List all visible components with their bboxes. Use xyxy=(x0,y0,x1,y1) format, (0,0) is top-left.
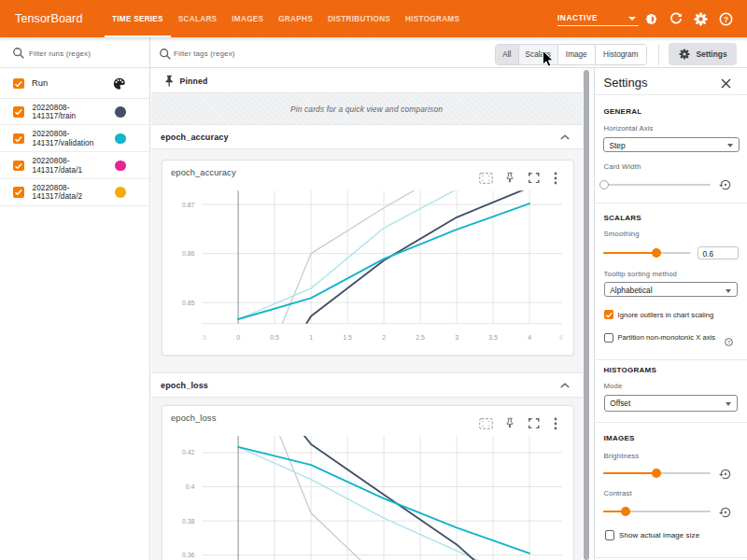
brightness-label: Brightness xyxy=(604,452,640,460)
card-width-label: Card Width xyxy=(604,162,641,171)
filter-all-button[interactable]: All xyxy=(496,45,520,64)
help-button[interactable]: ? xyxy=(713,0,738,37)
settings-button[interactable]: Settings xyxy=(669,43,737,65)
pinned-empty-area: Pin cards for a quick view and compariso… xyxy=(151,93,583,124)
svg-text:?: ? xyxy=(726,339,729,344)
run-checkbox[interactable] xyxy=(13,187,24,198)
svg-text:?: ? xyxy=(723,14,727,23)
reset-contrast-button[interactable] xyxy=(719,506,732,523)
chart-epoch_accuracy[interactable]: 0.850.860.8700.511.522.533.5454 xyxy=(162,183,573,348)
filter-image-button[interactable]: Image xyxy=(558,45,597,64)
run-select-all-checkbox[interactable] xyxy=(13,78,24,90)
settings-button-label: Settings xyxy=(697,49,727,59)
runs-filter-input[interactable]: Filter runs (regex) xyxy=(0,37,149,68)
tag-type-filter-group: All Scalars Image Histogram xyxy=(495,44,647,65)
svg-text:1: 1 xyxy=(309,334,313,341)
chart-epoch_loss[interactable]: 0.360.380.40.42 xyxy=(162,428,573,560)
refresh-button[interactable] xyxy=(664,0,688,37)
run-color-dot[interactable] xyxy=(115,187,126,198)
histogram-mode-select[interactable]: Offset xyxy=(604,395,739,412)
pinned-label: Pinned xyxy=(180,68,208,94)
runs-filter-placeholder: Filter runs (regex) xyxy=(29,49,91,58)
chevron-down-icon xyxy=(628,17,636,21)
tab-scalars[interactable]: SCALARS xyxy=(171,0,224,37)
run-checkbox[interactable] xyxy=(13,106,24,118)
app-title: TensorBoard xyxy=(15,0,83,37)
show-actual-size-label: Show actual image size xyxy=(619,531,699,539)
run-row-141317-validation[interactable]: 20220808-141317/validation xyxy=(0,125,149,152)
svg-text:0.36: 0.36 xyxy=(182,552,195,558)
filter-histogram-button[interactable]: Histogram xyxy=(596,45,646,64)
pin-icon xyxy=(505,417,515,429)
status-value: INACTIVE xyxy=(557,13,598,22)
run-checkbox[interactable] xyxy=(13,133,24,145)
chevron-down-icon xyxy=(726,402,731,406)
chevron-up-icon[interactable] xyxy=(560,383,570,388)
reset-brightness-button[interactable] xyxy=(719,468,732,484)
close-icon[interactable] xyxy=(721,78,731,89)
pinned-section-header: Pinned xyxy=(151,68,583,93)
pin-icon xyxy=(505,172,515,184)
svg-text:5: 5 xyxy=(203,334,206,341)
horizontal-axis-select[interactable]: Step xyxy=(603,137,740,152)
scrollbar-thumb[interactable] xyxy=(584,70,590,560)
svg-text:0.4: 0.4 xyxy=(186,483,195,490)
theme-toggle-button[interactable] xyxy=(639,0,663,37)
chevron-up-icon[interactable] xyxy=(560,134,570,140)
search-icon xyxy=(12,47,25,60)
show-actual-size-checkbox[interactable] xyxy=(605,530,615,540)
svg-text:0.87: 0.87 xyxy=(182,202,195,208)
tooltip-sorting-select[interactable]: Alphabetical xyxy=(604,282,739,297)
tab-histograms[interactable]: HISTOGRAMS xyxy=(398,0,467,37)
tab-graphs[interactable]: GRAPHS xyxy=(271,0,320,37)
partition-x-checkbox[interactable] xyxy=(604,333,614,343)
images-heading: IMAGES xyxy=(604,434,635,442)
svg-text:0.86: 0.86 xyxy=(182,250,195,257)
card-title: epoch_accuracy xyxy=(171,167,236,177)
histograms-heading: HISTOGRAMS xyxy=(604,366,657,374)
general-heading: GENERAL xyxy=(604,107,642,116)
svg-text:0.5: 0.5 xyxy=(270,334,279,341)
palette-icon[interactable] xyxy=(113,77,126,91)
svg-text:0.38: 0.38 xyxy=(182,518,195,525)
settings-gear-button[interactable] xyxy=(689,0,713,37)
tab-images[interactable]: IMAGES xyxy=(224,0,271,37)
tooltip-sorting-label: Tooltip sorting method xyxy=(604,270,678,278)
tags-filter-input[interactable]: Filter tags (regex) xyxy=(174,49,235,58)
svg-text:2: 2 xyxy=(382,334,386,341)
runs-sidebar: Filter runs (regex) Run 20220808-141317/… xyxy=(0,37,150,560)
fullscreen-icon xyxy=(529,418,540,429)
run-name: 20220808-141317/data/2 xyxy=(33,184,83,202)
tab-time-series[interactable]: TIME SERIES xyxy=(105,0,171,37)
pinned-empty-notice: Pin cards for a quick view and compariso… xyxy=(290,105,443,114)
tab-distributions[interactable]: DISTRIBUTIONS xyxy=(320,0,398,37)
run-color-dot[interactable] xyxy=(115,106,126,118)
search-icon xyxy=(159,48,172,61)
help-icon: ? xyxy=(725,338,733,346)
svg-text:4: 4 xyxy=(528,334,531,341)
run-row-141317-data-2[interactable]: 20220808-141317/data/2 xyxy=(0,179,149,206)
svg-text:3.5: 3.5 xyxy=(488,334,498,341)
svg-text:0: 0 xyxy=(236,334,240,341)
run-checkbox[interactable] xyxy=(13,161,24,172)
data-status-select[interactable]: INACTIVE xyxy=(557,0,639,37)
section-header-epoch-accuracy[interactable]: epoch_accuracy xyxy=(151,124,583,149)
reset-icon xyxy=(719,178,732,191)
run-row-141317-data-1[interactable]: 20220808-141317/data/1 xyxy=(0,152,149,179)
run-row-141317-train[interactable]: 20220808-141317/train xyxy=(0,99,149,126)
svg-text:4: 4 xyxy=(559,334,563,341)
settings-panel: Settings GENERAL Horizontal Axis Step Ca… xyxy=(594,68,747,560)
ignore-outliers-checkbox[interactable] xyxy=(604,310,614,320)
partition-x-help-button[interactable]: ? xyxy=(725,333,733,350)
run-color-dot[interactable] xyxy=(115,161,126,172)
scalars-heading: SCALARS xyxy=(604,214,641,222)
filter-scalars-button[interactable]: Scalars xyxy=(519,45,558,64)
partition-x-label: Partition non-monotonic X axis xyxy=(618,333,716,342)
section-header-epoch-loss[interactable]: epoch_loss xyxy=(151,372,583,398)
fullscreen-icon xyxy=(529,173,540,184)
run-color-dot[interactable] xyxy=(115,133,126,145)
svg-text:0.85: 0.85 xyxy=(182,300,195,306)
reset-icon xyxy=(719,468,732,481)
smoothing-value-input[interactable]: 0.6 xyxy=(698,246,739,260)
reset-card-width-button[interactable] xyxy=(719,178,732,195)
